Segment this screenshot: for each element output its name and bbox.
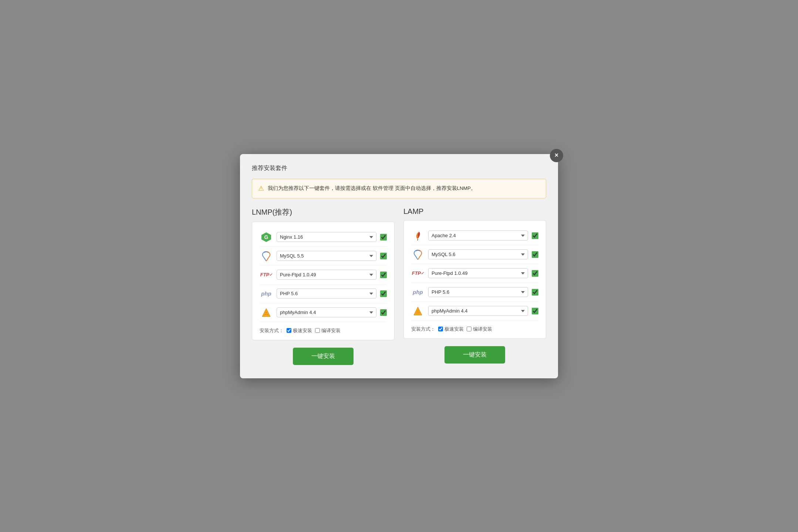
close-button[interactable]: × <box>550 149 563 162</box>
lamp-phpmyadmin-checkbox[interactable] <box>532 308 538 314</box>
lamp-php-row: php PHP 5.6 PHP 7.0 PHP 7.2 PHP 7.4 <box>411 283 538 302</box>
lnmp-nginx-checkbox[interactable] <box>380 234 387 241</box>
lnmp-card: G Nginx 1.16 Nginx 1.14 Nginx 1.12 <box>252 222 395 340</box>
mysql-icon <box>260 249 273 263</box>
lamp-card: Apache 2.4 Apache 2.2 <box>403 220 546 339</box>
lamp-ftp-select[interactable]: Pure-Ftpd 1.0.49 Pure-Ftpd 1.0.47 <box>428 268 528 278</box>
lamp-apache-checkbox[interactable] <box>532 232 538 239</box>
lnmp-compile-install-label[interactable]: 编译安装 <box>315 327 341 334</box>
lamp-ftp-checkbox[interactable] <box>532 270 538 277</box>
lnmp-mysql-row: MySQL 5.5 MySQL 5.6 MySQL 5.7 MySQL 8.0 <box>260 247 387 266</box>
lamp-mysql-icon <box>411 248 425 261</box>
lnmp-fast-install-checkbox[interactable] <box>287 328 291 333</box>
ftp-icon: FTP✓ <box>260 268 273 282</box>
lnmp-column: LNMP(推荐) G Nginx 1.16 Nginx 1.14 Nginx 1… <box>252 207 395 365</box>
lamp-fast-install-label[interactable]: 极速安装 <box>438 326 464 332</box>
apache-icon <box>411 229 425 242</box>
svg-text:G: G <box>264 234 268 240</box>
lamp-php-icon: php <box>411 286 425 299</box>
lnmp-php-checkbox[interactable] <box>380 290 387 297</box>
lamp-column: LAMP Apache 2.4 Apache 2.2 <box>403 207 546 365</box>
phpmyadmin-icon <box>260 306 273 319</box>
lamp-compile-install-label[interactable]: 编译安装 <box>467 326 492 332</box>
lamp-title: LAMP <box>403 207 546 216</box>
lamp-php-select[interactable]: PHP 5.6 PHP 7.0 PHP 7.2 PHP 7.4 <box>428 287 528 297</box>
alert-box: ⚠ 我们为您推荐以下一键套件，请按需选择或在 软件管理 页面中自动选择，推荐安装… <box>252 179 546 198</box>
lnmp-ftp-select[interactable]: Pure-Ftpd 1.0.49 Pure-Ftpd 1.0.47 <box>277 270 376 280</box>
lnmp-php-select[interactable]: PHP 5.6 PHP 7.0 PHP 7.2 PHP 7.4 <box>277 289 376 299</box>
modal-container: × 推荐安装套件 ⚠ 我们为您推荐以下一键套件，请按需选择或在 软件管理 页面中… <box>240 154 558 378</box>
lamp-compile-install-checkbox[interactable] <box>467 327 471 331</box>
lnmp-mysql-select[interactable]: MySQL 5.5 MySQL 5.6 MySQL 5.7 MySQL 8.0 <box>277 251 376 261</box>
lnmp-fast-install-label[interactable]: 极速安装 <box>287 327 312 334</box>
lnmp-mysql-checkbox[interactable] <box>380 253 387 259</box>
lamp-install-mode: 安装方式： 极速安装 编译安装 <box>411 326 538 332</box>
lamp-phpmyadmin-select[interactable]: phpMyAdmin 4.4 phpMyAdmin 4.9 <box>428 306 528 316</box>
lnmp-phpmyadmin-select[interactable]: phpMyAdmin 4.4 phpMyAdmin 4.9 <box>277 307 376 317</box>
lamp-ftp-icon: FTP✓ <box>411 267 425 280</box>
lnmp-ftp-checkbox[interactable] <box>380 272 387 278</box>
lamp-phpmyadmin-row: phpMyAdmin 4.4 phpMyAdmin 4.9 <box>411 302 538 321</box>
php-icon: php <box>260 287 273 300</box>
lamp-install-mode-label: 安装方式： <box>411 326 435 332</box>
lnmp-nginx-row: G Nginx 1.16 Nginx 1.14 Nginx 1.12 <box>260 228 387 247</box>
modal-title: 推荐安装套件 <box>252 164 546 172</box>
lamp-phpmyadmin-icon <box>411 304 425 318</box>
lnmp-install-mode-label: 安装方式： <box>260 327 284 334</box>
lnmp-nginx-select[interactable]: Nginx 1.16 Nginx 1.14 Nginx 1.12 <box>277 232 376 242</box>
lamp-mysql-row: MySQL 5.6 MySQL 5.5 MySQL 5.7 MySQL 8.0 <box>411 245 538 264</box>
close-icon: × <box>555 151 559 159</box>
lamp-php-checkbox[interactable] <box>532 289 538 296</box>
columns-container: LNMP(推荐) G Nginx 1.16 Nginx 1.14 Nginx 1… <box>252 207 546 365</box>
warning-icon: ⚠ <box>258 184 264 194</box>
lamp-apache-select[interactable]: Apache 2.4 Apache 2.2 <box>428 231 528 241</box>
nginx-icon: G <box>260 231 273 244</box>
lnmp-compile-install-checkbox[interactable] <box>315 328 320 333</box>
lamp-mysql-select[interactable]: MySQL 5.6 MySQL 5.5 MySQL 5.7 MySQL 8.0 <box>428 249 528 259</box>
lnmp-install-button[interactable]: 一键安装 <box>293 348 354 365</box>
alert-message: 我们为您推荐以下一键套件，请按需选择或在 软件管理 页面中自动选择，推荐安装LN… <box>268 185 476 192</box>
lamp-install-button[interactable]: 一键安装 <box>444 346 505 364</box>
lnmp-phpmyadmin-row: phpMyAdmin 4.4 phpMyAdmin 4.9 <box>260 303 387 322</box>
lnmp-ftp-row: FTP✓ Pure-Ftpd 1.0.49 Pure-Ftpd 1.0.47 <box>260 266 387 284</box>
lamp-ftp-row: FTP✓ Pure-Ftpd 1.0.49 Pure-Ftpd 1.0.47 <box>411 264 538 283</box>
lnmp-phpmyadmin-checkbox[interactable] <box>380 309 387 316</box>
lamp-apache-row: Apache 2.4 Apache 2.2 <box>411 226 538 245</box>
lnmp-php-row: php PHP 5.6 PHP 7.0 PHP 7.2 PHP 7.4 <box>260 284 387 303</box>
lnmp-title: LNMP(推荐) <box>252 207 395 217</box>
lamp-fast-install-checkbox[interactable] <box>438 327 443 331</box>
lamp-mysql-checkbox[interactable] <box>532 251 538 258</box>
lnmp-install-mode: 安装方式： 极速安装 编译安装 <box>260 327 387 334</box>
